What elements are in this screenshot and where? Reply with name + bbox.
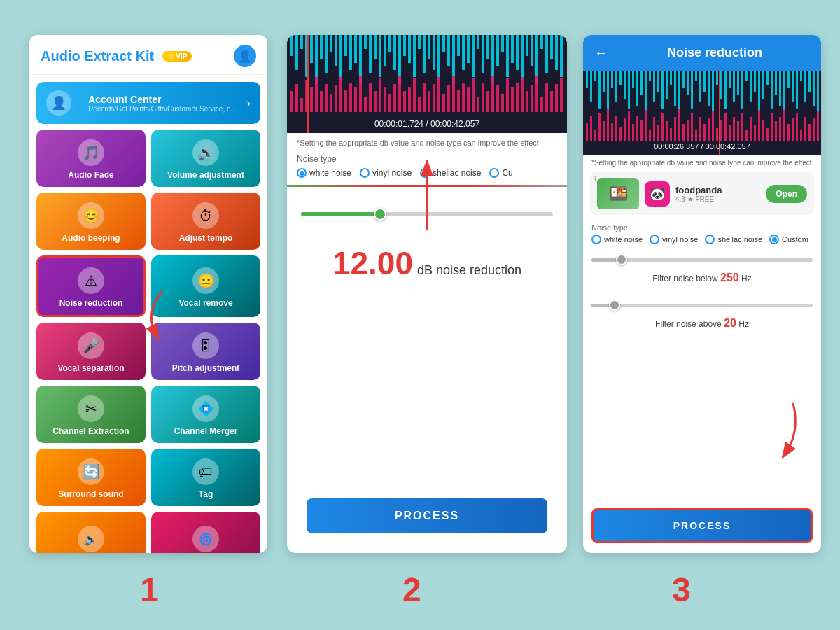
- grid-item-extra1[interactable]: 🔉: [36, 512, 146, 553]
- account-subtitle: Records/Get Points/Gifts/Customer Servic…: [88, 105, 237, 113]
- svg-rect-132: [653, 71, 655, 102]
- surround-icon: 🔄: [78, 458, 104, 485]
- process-button-2[interactable]: PROCESS: [307, 498, 547, 533]
- svg-rect-193: [674, 117, 676, 141]
- svg-rect-116: [586, 71, 588, 88]
- svg-rect-218: [779, 117, 781, 141]
- svg-rect-102: [511, 88, 514, 112]
- svg-rect-85: [428, 91, 430, 112]
- svg-rect-110: [550, 91, 553, 112]
- svg-rect-130: [645, 71, 647, 113]
- extra2-icon: 🌀: [192, 526, 219, 552]
- radio-white-noise-3[interactable]: white noise: [592, 234, 643, 244]
- svg-rect-16: [364, 35, 367, 49]
- grid-item-adjust-tempo[interactable]: ⏱ Adjust tempo: [151, 192, 260, 250]
- db-value-display: 12.00: [332, 244, 413, 282]
- grid-item-volume-adjustment[interactable]: 🔊 Volume adjustment: [151, 130, 260, 187]
- svg-rect-10: [335, 35, 337, 66]
- svg-rect-71: [359, 76, 362, 112]
- svg-rect-155: [750, 71, 752, 102]
- account-center[interactable]: 👤 Account Center Records/Get Points/Gift…: [36, 82, 260, 124]
- svg-rect-43: [496, 35, 499, 66]
- grid-item-vocal-separation[interactable]: 🎤 Vocal separation: [36, 323, 146, 380]
- svg-rect-109: [545, 83, 548, 112]
- grid-item-noise-reduction[interactable]: ⚠ Noise reduction: [36, 255, 146, 317]
- svg-rect-30: [433, 35, 435, 70]
- svg-rect-92: [462, 83, 465, 112]
- filter-above-thumb[interactable]: [609, 300, 620, 311]
- svg-rect-124: [620, 71, 622, 85]
- svg-rect-7: [320, 35, 323, 59]
- svg-rect-1: [290, 35, 293, 56]
- svg-rect-171: [817, 71, 819, 113]
- svg-rect-26: [413, 35, 416, 77]
- step-1-label: 1: [140, 570, 159, 609]
- svg-rect-74: [374, 91, 377, 112]
- grid-item-tag[interactable]: 🏷 Tag: [151, 449, 260, 506]
- process-button-3[interactable]: PROCESS: [592, 508, 813, 543]
- ad-close-icon[interactable]: ℹ: [594, 175, 597, 183]
- ch-extract-icon: ✂: [78, 396, 104, 422]
- noise-reduction-arrow: [134, 284, 176, 343]
- svg-rect-221: [792, 118, 794, 141]
- svg-rect-216: [771, 113, 773, 141]
- svg-rect-194: [678, 109, 680, 141]
- svg-rect-99: [496, 85, 499, 112]
- volume-icon: 🔊: [192, 139, 219, 166]
- svg-rect-41: [486, 35, 489, 59]
- ch-merger-icon: 💠: [192, 396, 219, 422]
- avatar-icon[interactable]: 👤: [234, 45, 256, 67]
- ad-open-button[interactable]: Open: [766, 185, 807, 203]
- svg-rect-175: [598, 113, 601, 141]
- radio-custom-3[interactable]: Custom: [769, 234, 808, 244]
- radio-circle-vinyl-3: [650, 234, 659, 244]
- svg-rect-140: [687, 71, 689, 95]
- svg-rect-179: [615, 116, 617, 141]
- svg-rect-120: [603, 71, 605, 92]
- svg-rect-123: [615, 71, 617, 102]
- filter-above-value: 20: [724, 317, 736, 329]
- noise-type-section-3: Noise type white noise vinyl noise shell…: [583, 219, 821, 247]
- svg-rect-49: [526, 35, 528, 56]
- grid-item-surround-sound[interactable]: 🔄 Surround sound: [36, 449, 146, 506]
- svg-rect-62: [315, 77, 318, 112]
- filter-below-label: Filter noise below 250 Hz: [592, 272, 813, 284]
- svg-rect-88: [442, 94, 445, 112]
- svg-rect-100: [501, 94, 504, 112]
- vocal-remove-icon: 😐: [192, 267, 219, 294]
- db-slider-thumb[interactable]: [374, 208, 386, 220]
- tag-label: Tag: [199, 489, 213, 499]
- svg-rect-189: [657, 125, 659, 141]
- svg-rect-209: [741, 113, 743, 141]
- grid-item-channel-merger[interactable]: 💠 Channel Merger: [151, 386, 260, 443]
- svg-rect-131: [649, 71, 651, 81]
- filter-below-slider[interactable]: [592, 258, 813, 262]
- grid-item-audio-beeping[interactable]: 😊 Audio beeping: [36, 192, 146, 250]
- svg-rect-14: [354, 35, 357, 63]
- noise-reduction-icon: ⚠: [78, 267, 104, 294]
- filter-above-slider[interactable]: [592, 304, 813, 307]
- radio-cu-2[interactable]: Cu: [489, 168, 512, 178]
- waveform-display-2: 00:00:01.724 / 00:00:42.057: [287, 35, 567, 133]
- svg-rect-184: [636, 116, 638, 141]
- svg-rect-162: [779, 71, 781, 106]
- back-arrow-icon[interactable]: ←: [594, 45, 608, 61]
- radio-shellac-noise-3[interactable]: shellac noise: [705, 234, 762, 244]
- radio-white-noise-2[interactable]: white noise: [297, 168, 351, 178]
- svg-rect-47: [516, 35, 519, 70]
- svg-rect-133: [657, 71, 659, 92]
- svg-rect-227: [817, 111, 819, 141]
- svg-rect-185: [640, 120, 643, 141]
- radio-vinyl-noise-3[interactable]: vinyl noise: [650, 234, 698, 244]
- grid-item-extra2[interactable]: 🌀: [151, 512, 260, 553]
- svg-rect-205: [724, 113, 727, 141]
- svg-rect-117: [590, 71, 592, 102]
- svg-rect-58: [295, 84, 298, 112]
- filter-below-thumb[interactable]: [616, 254, 627, 265]
- svg-rect-145: [708, 71, 710, 106]
- grid-item-channel-extraction[interactable]: ✂ Channel Extraction: [36, 386, 146, 443]
- noise-type-label-3: Noise type: [592, 223, 813, 232]
- phone3-header: ← Noise reduction: [583, 35, 821, 71]
- grid-item-audio-fade[interactable]: 🎵 Audio Fade: [36, 130, 146, 187]
- radio-vinyl-noise-2[interactable]: vinyl noise: [360, 168, 412, 178]
